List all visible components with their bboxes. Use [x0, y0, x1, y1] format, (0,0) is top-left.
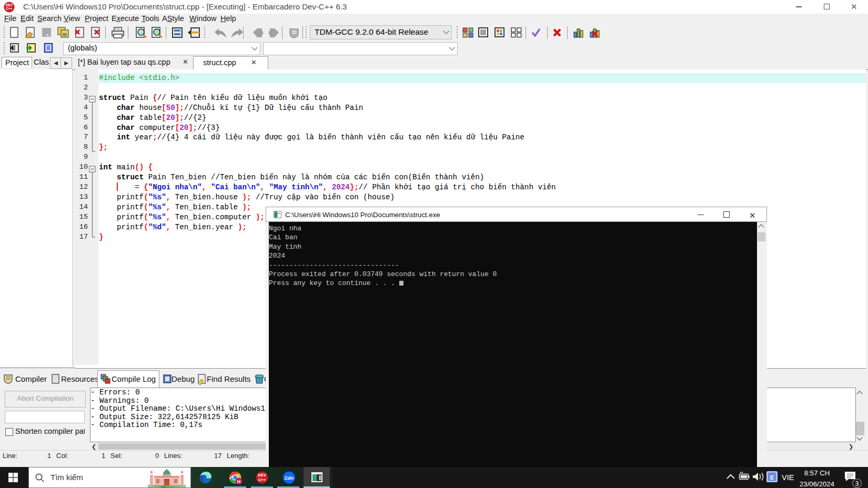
svg-text:C++: C++ [258, 477, 266, 482]
svg-text:8:57 CH: 8:57 CH [804, 469, 830, 477]
svg-text:H: H [237, 479, 241, 484]
svg-text:VIE: VIE [782, 473, 794, 482]
svg-text:23/06/2024: 23/06/2024 [800, 480, 834, 488]
svg-text:ε: ε [770, 473, 774, 482]
svg-text:C++: C++ [6, 7, 13, 11]
svg-text:Zalo: Zalo [285, 475, 294, 481]
svg-text:3: 3 [855, 480, 859, 487]
svg-text:DEV: DEV [6, 3, 13, 7]
